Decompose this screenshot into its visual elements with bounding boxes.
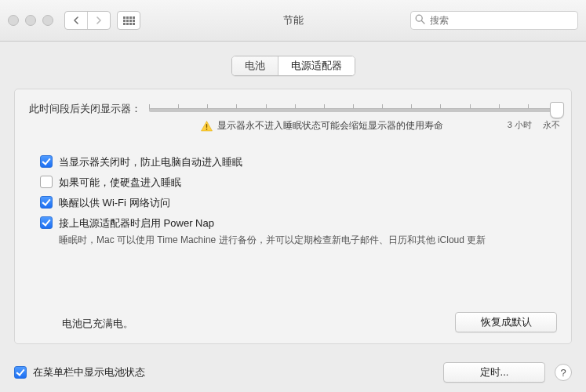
svg-point-0 [416, 15, 422, 21]
search-icon [415, 14, 425, 24]
search-input[interactable] [410, 11, 578, 30]
forward-button[interactable] [88, 12, 110, 29]
zoom-window-button[interactable] [42, 15, 53, 26]
options-list: 当显示器关闭时，防止电脑自动进入睡眠如果可能，使硬盘进入睡眠唤醒以供 Wi-Fi… [29, 155, 557, 247]
option-3-checkbox[interactable] [40, 216, 53, 229]
option-0-label: 当显示器关闭时，防止电脑自动进入睡眠 [59, 155, 242, 169]
svg-line-1 [422, 21, 425, 24]
display-sleep-row: 此时间段后关闭显示器： 显示器永不进入睡眠状态可能会缩短显示器的使用寿命 3 小… [29, 100, 557, 135]
window-bottom-bar: 在菜单栏中显示电池状态 定时... ? [0, 353, 586, 392]
slider-tick-labels: 3 小时 永不 [508, 119, 560, 131]
schedule-button[interactable]: 定时... [443, 362, 545, 383]
tick-label-3h: 3 小时 [508, 119, 532, 131]
warning-icon [201, 121, 213, 132]
option-3-label: 接上电源适配器时启用 Power Nap [59, 216, 214, 230]
display-sleep-label: 此时间段后关闭显示器： [29, 100, 149, 116]
display-sleep-slider[interactable]: 显示器永不进入睡眠状态可能会缩短显示器的使用寿命 3 小时 永不 [149, 100, 557, 135]
svg-point-3 [206, 128, 208, 129]
prefpane-window: 节能 电池 电源适配器 此时间段后关闭显示器： [0, 0, 586, 392]
slider-thumb[interactable] [550, 102, 564, 118]
svg-rect-2 [206, 124, 207, 128]
back-button[interactable] [65, 12, 88, 29]
show-in-menubar-label: 在菜单栏中显示电池状态 [33, 365, 145, 379]
window-controls [8, 15, 53, 26]
restore-defaults-button[interactable]: 恢复成默认 [455, 312, 557, 332]
settings-content: 此时间段后关闭显示器： 显示器永不进入睡眠状态可能会缩短显示器的使用寿命 3 小… [14, 89, 572, 344]
toolbar-search [410, 11, 578, 30]
help-button[interactable]: ? [555, 364, 572, 381]
tab-battery[interactable]: 电池 [232, 56, 278, 75]
back-forward-segment [64, 11, 111, 30]
battery-status-text: 电池已充满电。 [62, 317, 133, 331]
show-in-menubar-checkbox[interactable] [14, 366, 27, 379]
warning-text: 显示器永不进入睡眠状态可能会缩短显示器的使用寿命 [217, 119, 443, 132]
close-window-button[interactable] [8, 15, 19, 26]
minimize-window-button[interactable] [25, 15, 36, 26]
grid-icon [123, 16, 135, 25]
option-1-label: 如果可能，使硬盘进入睡眠 [59, 176, 181, 190]
show-all-button[interactable] [117, 11, 140, 30]
display-sleep-warning: 显示器永不进入睡眠状态可能会缩短显示器的使用寿命 [201, 119, 443, 132]
option-2-label: 唤醒以供 Wi-Fi 网络访问 [59, 196, 170, 210]
option-0-checkbox[interactable] [40, 155, 53, 168]
tick-label-never: 永不 [543, 119, 560, 131]
power-source-tabs: 电池 电源适配器 [0, 56, 586, 76]
tab-power-adapter[interactable]: 电源适配器 [278, 56, 355, 75]
window-toolbar: 节能 [0, 0, 586, 42]
option-3-subnote: 睡眠时，Mac 可以使用 Time Machine 进行备份，并可以定期检查新电… [59, 234, 557, 247]
option-2-checkbox[interactable] [40, 196, 53, 209]
option-1-checkbox[interactable] [40, 176, 53, 188]
